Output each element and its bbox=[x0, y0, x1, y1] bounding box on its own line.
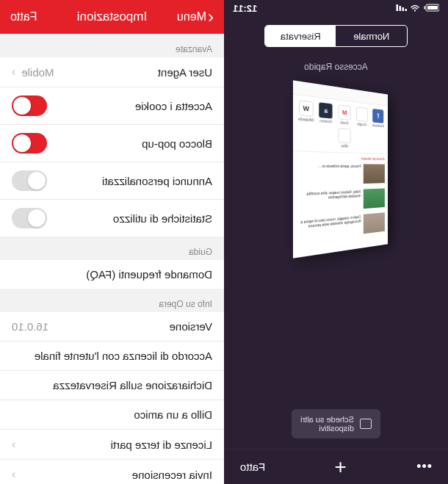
row-third-party-licenses[interactable]: Licenze di terze parti › bbox=[0, 430, 224, 460]
tab-switcher-panel: 12:11 Normale Riservata Accesso Rapido f… bbox=[224, 0, 448, 484]
news-header: Articoli più rilevanti bbox=[298, 155, 386, 161]
row-label: Accordo di licenza con l'utente finale bbox=[35, 350, 212, 362]
toggle-personalized-ads[interactable] bbox=[12, 170, 47, 191]
other-devices-label: Schede su altri dispositivi bbox=[300, 415, 354, 433]
new-tab-button[interactable]: + bbox=[334, 455, 346, 479]
chevron-right-icon: › bbox=[12, 65, 15, 79]
toggle-block-popup[interactable] bbox=[12, 133, 47, 153]
tab-mode-segmented[interactable]: Normale Riservata bbox=[264, 25, 408, 47]
tab-preview-card[interactable]: fFacebook GGoogle MGmail aAmazon WWikipe… bbox=[293, 80, 388, 258]
svg-rect-6 bbox=[400, 6, 402, 11]
row-label: Statistiche di utilizzo bbox=[113, 212, 212, 225]
news-item: Francia, aperta inchiesta su ... bbox=[298, 162, 386, 187]
speeddial-google-icon: G bbox=[356, 106, 368, 122]
settings-panel: ‹ Menu Impostazioni Fatto Avanzate User … bbox=[0, 0, 224, 484]
row-label: Accetta i cookie bbox=[135, 100, 212, 112]
bottom-toolbar: ••• + Fatto bbox=[224, 449, 448, 484]
section-advanced: Avanzate bbox=[0, 34, 224, 57]
news-section: Articoli più rilevanti Francia, aperta i… bbox=[293, 151, 388, 250]
row-label: Domande frequenti (FAQ) bbox=[86, 268, 212, 281]
news-item: Ospiti in ostaggio, nuovo caso di rapina… bbox=[298, 211, 386, 243]
status-left-icons bbox=[395, 3, 439, 14]
row-label: Versione bbox=[170, 320, 212, 333]
devices-icon bbox=[360, 419, 372, 429]
segment-private[interactable]: Riservata bbox=[265, 26, 336, 46]
signal-icon bbox=[395, 3, 407, 14]
section-guide: Guida bbox=[0, 236, 224, 260]
row-tell-friend[interactable]: Dillo a un amico bbox=[0, 400, 224, 430]
speeddial-amazon-icon: a bbox=[319, 102, 333, 118]
news-thumbnail bbox=[364, 212, 385, 234]
row-personalized-ads: Annunci personalizzati bbox=[0, 162, 224, 200]
status-bar: 12:11 bbox=[224, 0, 448, 16]
svg-rect-1 bbox=[427, 6, 438, 10]
news-thumbnail bbox=[364, 188, 385, 209]
wifi-icon bbox=[410, 3, 420, 14]
row-label: Dichiarazione sulla Riservatezza bbox=[53, 379, 212, 391]
row-version: Versione 16.0.10 bbox=[0, 312, 224, 342]
row-usage-stats: Statistiche di utilizzo bbox=[0, 200, 224, 236]
row-label: Blocco pop-up bbox=[142, 137, 212, 150]
tabs-other-devices-button[interactable]: Schede su altri dispositivi bbox=[292, 409, 380, 438]
quick-access-label: Accesso Rapido bbox=[224, 62, 448, 72]
row-value: 16.0.10 bbox=[12, 320, 48, 333]
row-user-agent[interactable]: User Agent Mobile › bbox=[0, 57, 224, 87]
section-info: Info su Opera bbox=[0, 289, 224, 312]
toggle-accept-cookies[interactable] bbox=[12, 95, 47, 116]
row-faq[interactable]: Domande frequenti (FAQ) bbox=[0, 260, 224, 289]
page-title: Impostazioni bbox=[77, 10, 147, 24]
row-label: Annunci personalizzati bbox=[102, 175, 212, 187]
toggle-usage-stats[interactable] bbox=[12, 208, 47, 228]
speeddial-ebay-icon: e bbox=[339, 128, 351, 143]
chevron-right-icon: › bbox=[12, 468, 15, 481]
news-thumbnail bbox=[364, 164, 385, 184]
svg-point-3 bbox=[414, 10, 416, 11]
back-button[interactable]: ‹ Menu bbox=[177, 7, 214, 27]
more-options-icon[interactable]: ••• bbox=[416, 459, 432, 474]
row-block-popup: Blocco pop-up bbox=[0, 125, 224, 162]
done-button[interactable]: Fatto bbox=[10, 10, 37, 24]
battery-icon bbox=[423, 3, 439, 14]
speeddial-facebook-icon: f bbox=[373, 109, 384, 123]
row-value: Mobile bbox=[21, 66, 54, 79]
back-label: Menu bbox=[177, 10, 206, 24]
row-label: User Agent bbox=[158, 66, 212, 79]
speeddial-wikipedia-icon: W bbox=[299, 100, 314, 117]
row-privacy[interactable]: Dichiarazione sulla Riservatezza bbox=[0, 371, 224, 400]
svg-rect-2 bbox=[424, 6, 426, 9]
settings-scroll[interactable]: Avanzate User Agent Mobile › Accetta i c… bbox=[0, 34, 224, 484]
settings-header: ‹ Menu Impostazioni Fatto bbox=[0, 0, 224, 34]
svg-rect-7 bbox=[397, 4, 399, 11]
row-label: Invia recensione bbox=[132, 469, 212, 481]
news-item: Volley, Nations League: altra sconfitta,… bbox=[298, 187, 386, 215]
done-button[interactable]: Fatto bbox=[240, 460, 265, 473]
speeddial-gmail-icon: M bbox=[339, 104, 351, 120]
chevron-left-icon: ‹ bbox=[208, 7, 214, 27]
row-label: Dillo a un amico bbox=[134, 408, 212, 421]
chevron-right-icon: › bbox=[12, 438, 15, 451]
row-label: Licenze di terze parti bbox=[111, 438, 212, 451]
row-eula[interactable]: Accordo di licenza con l'utente finale bbox=[0, 342, 224, 371]
status-time: 12:11 bbox=[233, 3, 257, 14]
segment-normal[interactable]: Normale bbox=[336, 26, 408, 46]
svg-rect-4 bbox=[405, 9, 408, 11]
svg-rect-5 bbox=[402, 7, 405, 11]
row-accept-cookies: Accetta i cookie bbox=[0, 87, 224, 125]
row-send-review[interactable]: Invia recensione › bbox=[0, 460, 224, 484]
